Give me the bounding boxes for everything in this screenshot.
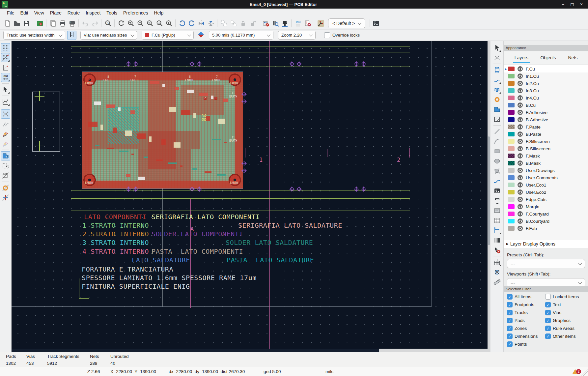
draw-rectangle-tool-button[interactable] <box>492 147 502 156</box>
layer-row-user.eco2[interactable]: User.Eco2 <box>504 188 588 196</box>
filter-other-items[interactable]: ✓Other items <box>545 333 586 339</box>
visibility-eye-icon[interactable] <box>518 124 523 130</box>
layer-row-f.mask[interactable]: F.Mask <box>504 152 588 159</box>
pcb-canvas[interactable]: EARTHEARTHEARTHEARTH8EARTH7EARTH8EARTH7E… <box>12 41 490 352</box>
layer-color-swatch[interactable] <box>508 110 515 115</box>
filter-all-items[interactable]: ✓All items <box>507 294 545 300</box>
group-button[interactable] <box>219 18 229 28</box>
filter-zones[interactable]: ✓Zones <box>507 326 545 331</box>
checkbox-checked-icon[interactable]: ✓ <box>545 318 551 323</box>
visibility-eye-icon[interactable] <box>518 139 523 144</box>
curved-ratsnest-button[interactable] <box>1 119 10 129</box>
horizontal-scrollbar-thumb[interactable] <box>12 349 379 352</box>
local-ratsnest-tool-button[interactable] <box>492 53 502 62</box>
layer-row-f.cu[interactable]: ▶F.Cu <box>504 65 588 72</box>
filter-vias[interactable]: ✓Vias <box>545 310 586 315</box>
layer-row-b.courtyard[interactable]: B.Courtyard <box>504 217 588 225</box>
presets-select[interactable]: --- <box>507 259 585 268</box>
menu-file[interactable]: File <box>4 9 17 16</box>
refresh-button[interactable] <box>116 18 126 28</box>
grid-dots-button[interactable] <box>1 43 10 52</box>
board-setup-button[interactable] <box>35 18 44 28</box>
sketch-pads-button[interactable] <box>1 183 10 192</box>
checkbox-checked-icon[interactable]: ✓ <box>507 302 513 307</box>
layer-color-swatch[interactable] <box>508 67 515 71</box>
zoom-in-button[interactable] <box>126 18 135 28</box>
tab-nets[interactable]: Nets <box>567 52 579 63</box>
rotate-ccw-button[interactable] <box>177 18 187 28</box>
maximize-button[interactable]: ◻ <box>568 1 577 8</box>
visibility-eye-icon[interactable] <box>518 73 523 79</box>
filter-pads[interactable]: ✓Pads <box>507 318 545 323</box>
plot-button[interactable] <box>67 18 77 28</box>
tab-layers[interactable]: Layers <box>513 52 530 63</box>
checkbox-checked-icon[interactable]: ✓ <box>545 310 551 315</box>
checkbox-checked-icon[interactable]: ✓ <box>507 326 513 331</box>
open-board-button[interactable] <box>12 18 22 28</box>
filter-graphics[interactable]: ✓Graphics <box>545 318 586 323</box>
update-pcb-button[interactable] <box>280 18 290 28</box>
place-via-tool-button[interactable] <box>492 95 502 104</box>
zoom-select[interactable]: Zoom 2.20 <box>278 31 316 40</box>
layer-color-swatch[interactable] <box>508 219 515 223</box>
checkbox-checked-icon[interactable]: ✓ <box>507 318 513 323</box>
filter-locked-items[interactable]: Locked items <box>545 294 586 300</box>
menu-help[interactable]: Help <box>151 9 166 16</box>
sketch-footprints-button[interactable] <box>1 171 10 180</box>
layer-row-in1.cu[interactable]: In1.Cu <box>504 72 588 80</box>
menu-place[interactable]: Place <box>47 9 65 16</box>
layer-row-f.adhesive[interactable]: F.Adhesive <box>504 109 588 116</box>
draw-bezier-tool-button[interactable] <box>492 176 502 186</box>
place-textbox-tool-button[interactable] <box>492 206 502 215</box>
footprint-browser-button[interactable] <box>270 18 280 28</box>
zoom-fit-objects-button[interactable] <box>154 18 164 28</box>
layer-row-b.adhesive[interactable]: B.Adhesive <box>504 116 588 123</box>
vertical-scrollbar[interactable] <box>488 41 490 352</box>
layer-row-b.mask[interactable]: B.Mask <box>504 159 588 167</box>
draw-arc-tool-button[interactable] <box>492 137 502 146</box>
rule-area-tool-button[interactable] <box>492 115 502 124</box>
layer-color-swatch[interactable] <box>508 183 515 187</box>
layer-color-swatch[interactable] <box>508 175 515 180</box>
filter-rule-areas[interactable]: ✓Rule Areas <box>545 326 586 331</box>
layer-color-swatch[interactable] <box>508 125 515 129</box>
tune-length-tool-button[interactable] <box>492 85 502 94</box>
layer-color-swatch[interactable] <box>508 226 515 231</box>
layer-color-swatch[interactable] <box>508 161 515 165</box>
visibility-eye-icon[interactable] <box>518 146 523 151</box>
layer-color-swatch[interactable] <box>508 146 515 151</box>
rotate-cw-button[interactable] <box>187 18 196 28</box>
dimension-tool-button[interactable] <box>492 226 502 235</box>
layer-row-margin[interactable]: Margin <box>504 203 588 210</box>
cursor-shape-button[interactable] <box>1 85 10 94</box>
place-text-tool-button[interactable] <box>492 196 502 205</box>
override-locks-checkbox[interactable] <box>324 32 330 38</box>
polar-coords-button[interactable] <box>1 63 10 72</box>
via-size-select[interactable]: Via: use netclass sizes <box>80 31 137 40</box>
place-footprint-tool-button[interactable] <box>492 65 502 74</box>
layer-row-edge.cuts[interactable]: Edge.Cuts <box>504 196 588 203</box>
layer-row-b.paste[interactable]: B.Paste <box>504 130 588 138</box>
visibility-eye-icon[interactable] <box>518 110 523 115</box>
visibility-eye-icon[interactable] <box>518 160 523 166</box>
tab-objects[interactable]: Objects <box>539 52 557 63</box>
active-layer-select[interactable]: F.Cu (PgUp) <box>142 31 194 40</box>
minimize-button[interactable]: − <box>558 1 568 8</box>
close-button[interactable]: × <box>577 1 586 8</box>
find-button[interactable]: A <box>103 18 113 28</box>
visibility-eye-icon[interactable] <box>518 131 523 137</box>
layer-color-swatch[interactable] <box>508 81 515 86</box>
filter-footprints[interactable]: ✓Footprints <box>507 302 545 307</box>
layer-row-in2.cu[interactable]: In2.Cu <box>504 80 588 87</box>
leader-tool-button[interactable] <box>492 236 502 245</box>
print-button[interactable] <box>58 18 67 28</box>
layer-color-swatch[interactable] <box>508 204 515 209</box>
layer-row-user.eco1[interactable]: User.Eco1 <box>504 181 588 188</box>
visibility-eye-icon[interactable] <box>518 226 523 231</box>
select-tool-button[interactable] <box>492 43 502 52</box>
layer-row-b.cu[interactable]: B.Cu <box>504 101 588 109</box>
grid-override-button[interactable] <box>1 53 10 62</box>
new-board-button[interactable] <box>3 18 12 28</box>
visibility-eye-icon[interactable] <box>518 88 523 93</box>
grid-origin-tool-button[interactable] <box>492 258 502 267</box>
